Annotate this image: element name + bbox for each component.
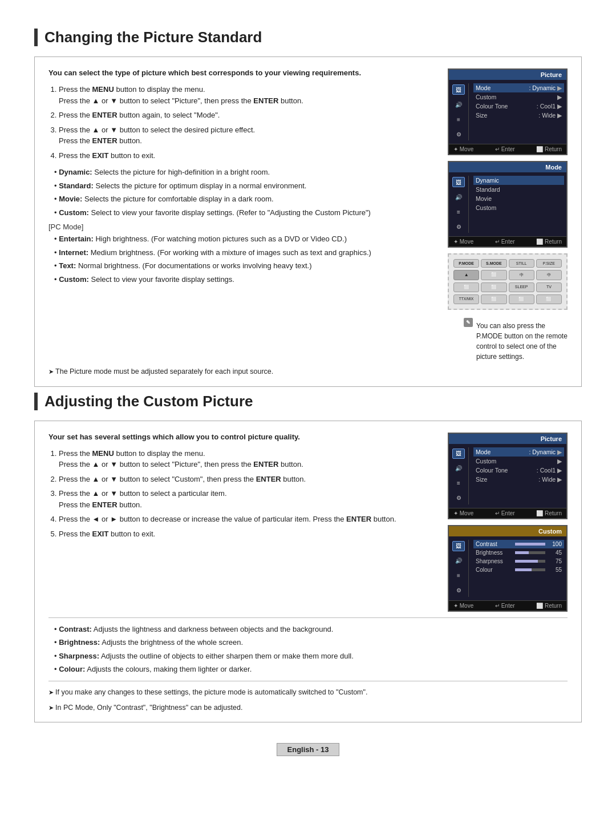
bullet-item: Contrast: Adjusts the lightness and dark…	[54, 624, 568, 635]
row-label: Mode	[476, 84, 491, 91]
mode-item: Standard	[476, 186, 500, 193]
tv-menu-icons: 🖼 🔊 ≡ ⚙	[451, 83, 469, 140]
section2-note1: If you make any changes to these setting…	[48, 687, 568, 698]
tv-menu-body: 🖼 🔊 ≡ ⚙ Mode : Dynamic ▶ Custom ▶	[449, 80, 566, 144]
step-item: Press the ◄ or ► button to decrease or i…	[59, 514, 425, 525]
remote-btn-box6: ⬜	[536, 294, 562, 304]
section2-note2: In PC Mode, Only "Contrast", "Brightness…	[48, 702, 568, 713]
mode-item: Movie	[476, 195, 492, 202]
tv-icon-sound2: 🔊	[452, 463, 465, 474]
remote-btn-psize: P.SIZE	[536, 259, 562, 268]
row-value: : Cool1 ▶	[537, 103, 562, 110]
bar-track	[515, 568, 545, 571]
tv-menu-row: Mode : Dynamic ▶	[473, 447, 564, 457]
section2-left: Your set has several settings which allo…	[48, 433, 425, 612]
section2-content: Your set has several settings which allo…	[48, 433, 568, 612]
footer-return: ⬜ Return	[536, 510, 562, 516]
remote-row4: TTX/MIX ⬜ ⬜ ⬜	[453, 294, 562, 304]
remote-btn-cn2: 中	[536, 270, 562, 280]
tv-menu-picture1: Picture 🖼 🔊 ≡ ⚙ Mode : Dynamic ▶	[448, 68, 568, 155]
bar-label: Contrast	[476, 541, 513, 547]
page-footer: English - 13	[34, 734, 582, 765]
page-number: English - 13	[277, 743, 340, 756]
footer-move: ✦ Move	[453, 146, 473, 152]
bullet-item: Internet: Medium brightness. (For workin…	[54, 247, 425, 259]
remote-btn-pmode: P.MODE	[453, 259, 479, 268]
bar-row-brightness: Brightness 45	[473, 548, 564, 557]
tv-mode-footer: ✦ Move ↵ Enter ⬜ Return	[449, 236, 566, 247]
tv-icon-sound: 🔊	[452, 99, 465, 110]
row-arrow: ▶	[557, 458, 562, 465]
tv-menu-row: Colour Tone : Cool1 ▶	[473, 466, 564, 475]
bar-value: 100	[548, 541, 562, 547]
tv-mode-items: Dynamic Standard Movie Custom	[473, 176, 564, 233]
remote-btn-box5: ⬜	[509, 294, 534, 304]
tv-menu-body2: 🖼 🔊 ≡ ⚙ Mode : Dynamic ▶ Custom ▶	[449, 444, 566, 508]
bar-row-sharpness: Sharpness 75	[473, 557, 564, 566]
tv-menu-row: Size : Wide ▶	[473, 111, 564, 120]
tv-icon-setup: ⚙	[452, 129, 465, 139]
bullet-item: Custom: Select to view your favorite dis…	[54, 274, 425, 285]
tv-mode-icons: 🖼 🔊 ≡ ⚙	[451, 176, 469, 233]
bar-fill	[515, 543, 545, 546]
section2-title: Adjusting the Custom Picture	[34, 393, 582, 410]
also-press-note: ✎ You can also press the P.MODE button o…	[464, 318, 568, 362]
tv-menu-row: Custom ▶	[473, 92, 564, 102]
footer-move: ✦ Move	[453, 603, 473, 609]
remote-btn-ttx: TTX/MIX	[453, 294, 479, 304]
row-value: : Cool1 ▶	[537, 467, 562, 474]
section2-intro: Your set has several settings which allo…	[48, 433, 425, 441]
tv-menu-title: Picture	[449, 70, 566, 80]
tv-menu-row: Movie	[473, 194, 564, 203]
section1-intro: You can select the type of picture which…	[48, 68, 425, 77]
bullet-item: Text: Normal brightness. (For documentat…	[54, 260, 425, 272]
remote-btn-box1: ⬜	[481, 270, 506, 280]
section2-right: Picture 🖼 🔊 ≡ ⚙ Mode : Dynamic ▶	[436, 433, 568, 612]
bar-track	[515, 560, 545, 563]
tv-icon-channel: ≡	[452, 114, 465, 124]
pc-mode-bullets: Entertain: High brightness. (For watchin…	[48, 233, 425, 285]
pc-mode-label: [PC Mode]	[48, 223, 425, 231]
remote-row3: ⬜ ⬜ SLEEP TV	[453, 282, 562, 292]
divider2	[48, 681, 568, 681]
tv-menu-footer2: ✦ Move ↵ Enter ⬜ Return	[449, 508, 566, 518]
footer-move: ✦ Move	[453, 510, 473, 516]
tv-menu-row: Colour Tone : Cool1 ▶	[473, 102, 564, 111]
row-value: : Dynamic ▶	[529, 449, 562, 455]
bullet-item: Entertain: High brightness. (For watchin…	[54, 233, 425, 245]
bullet-item: Standard: Selects the picture for optimu…	[54, 180, 425, 192]
footer-enter: ↵ Enter	[495, 239, 515, 245]
footer-return: ⬜ Return	[536, 603, 562, 609]
footer-move: ✦ Move	[453, 239, 473, 245]
row-label: Colour Tone	[476, 467, 508, 474]
mode-item: Dynamic	[476, 177, 499, 184]
tv-menu-footer: ✦ Move ↵ Enter ⬜ Return	[449, 144, 566, 154]
section1-block: You can select the type of picture which…	[34, 56, 582, 387]
section1-left: You can select the type of picture which…	[48, 68, 425, 362]
bar-value: 45	[548, 550, 562, 556]
tv-mode-title: Mode	[449, 162, 566, 172]
tv-mode-body: 🖼 🔊 ≡ ⚙ Dynamic Standard Movie	[449, 172, 566, 236]
tv-menu-items: Mode : Dynamic ▶ Custom ▶ Colour Tone : …	[473, 83, 564, 140]
step-item: Press the MENU button to display the men…	[59, 84, 425, 106]
also-press-text: You can also press the P.MODE button on …	[476, 321, 568, 362]
bar-label: Brightness	[476, 550, 513, 556]
footer-enter: ↵ Enter	[495, 146, 515, 152]
tv-icon-picture2: 🖼	[452, 449, 465, 459]
row-value: : Wide ▶	[538, 476, 562, 483]
tv-custom-footer: ✦ Move ↵ Enter ⬜ Return	[449, 600, 566, 611]
bar-track	[515, 543, 545, 546]
tv-icon-setup2: ⚙	[452, 493, 465, 503]
tv-menu-picture2: Picture 🖼 🔊 ≡ ⚙ Mode : Dynamic ▶	[448, 433, 568, 519]
bullet-item: Movie: Selects the picture for comfortab…	[54, 193, 425, 205]
remote-btn-sleep: SLEEP	[509, 282, 534, 292]
remote-illustration: P.MODE S.MODE STILL P.SIZE ▲ ⬜ 中 中 ⬜ ⬜ S…	[448, 253, 568, 310]
footer-enter: ↵ Enter	[495, 510, 515, 516]
tv-menu-row: Mode : Dynamic ▶	[473, 83, 564, 92]
remote-row2: ▲ ⬜ 中 中	[453, 270, 562, 280]
step-item: Press the MENU button to display the men…	[59, 448, 425, 470]
tv-menu-custom: Custom 🖼 🔊 ≡ ⚙ Contrast	[448, 525, 568, 612]
bar-label: Sharpness	[476, 558, 513, 564]
section1-bullets: Dynamic: Selects the picture for high-de…	[48, 167, 425, 218]
footer-return: ⬜ Return	[536, 239, 562, 245]
